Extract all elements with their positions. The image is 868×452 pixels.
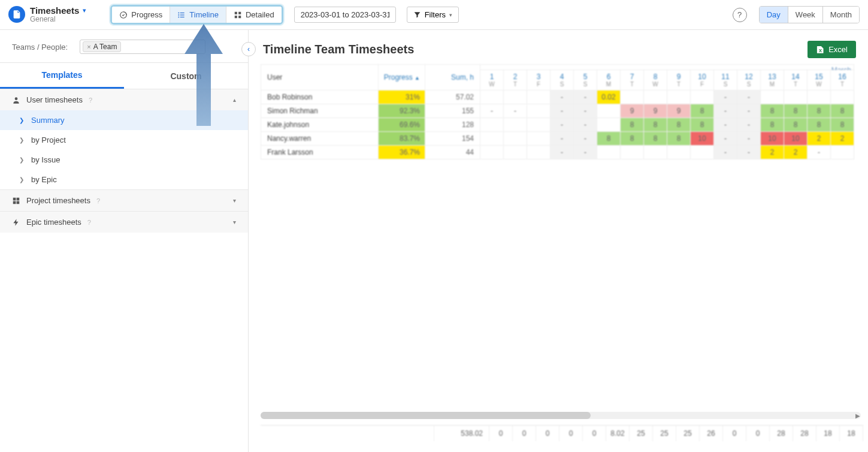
th-day-9[interactable]: 9T <box>667 70 691 91</box>
th-day-7[interactable]: 7T <box>621 70 644 91</box>
th-day-14[interactable]: 14T <box>784 70 807 91</box>
tab-custom[interactable]: Custom <box>124 63 248 89</box>
view-progress-button[interactable]: Progress <box>112 7 170 23</box>
cell-day[interactable] <box>480 132 504 146</box>
cell-day[interactable] <box>527 91 551 104</box>
cell-day[interactable]: 8 <box>597 132 621 146</box>
cell-day[interactable]: 8 <box>667 118 691 132</box>
group-user-timesheets[interactable]: User timesheets ? ▴ <box>0 89 248 110</box>
cell-day[interactable]: 8 <box>621 132 644 146</box>
cell-day[interactable]: - <box>574 118 597 132</box>
cell-day[interactable] <box>597 146 621 159</box>
cell-day[interactable]: - <box>574 146 597 159</box>
cell-day[interactable] <box>644 146 667 159</box>
th-day-16[interactable]: 16T <box>831 70 854 91</box>
cell-day[interactable]: - <box>714 91 737 104</box>
cell-day[interactable] <box>504 132 527 146</box>
th-day-5[interactable]: 5S <box>574 70 597 91</box>
cell-day[interactable]: - <box>737 104 761 118</box>
cell-day[interactable]: 9 <box>667 104 691 118</box>
cell-day[interactable]: 8 <box>761 118 784 132</box>
cell-day[interactable] <box>807 91 831 104</box>
cell-day[interactable] <box>644 91 667 104</box>
cell-day[interactable] <box>831 91 854 104</box>
table-row[interactable]: Bob Robinson31%57.02--0.02-- <box>261 91 854 104</box>
cell-day[interactable]: 2 <box>784 146 807 159</box>
cell-day[interactable]: 0.02 <box>597 91 621 104</box>
scrollbar-thumb[interactable] <box>261 412 591 419</box>
cell-day[interactable]: - <box>714 104 737 118</box>
cell-day[interactable] <box>480 118 504 132</box>
table-row[interactable]: Frank Larsson36.7%44----22- <box>261 146 854 159</box>
cell-day[interactable]: - <box>714 132 737 146</box>
cell-day[interactable]: 8 <box>691 104 714 118</box>
cell-day[interactable]: - <box>807 146 831 159</box>
period-week-button[interactable]: Week <box>788 7 822 23</box>
cell-day[interactable]: 8 <box>831 118 854 132</box>
remove-chip-icon[interactable]: × <box>87 43 90 50</box>
cell-day[interactable] <box>667 146 691 159</box>
table-row[interactable]: Simon Richman92.3%155----9998--8888 <box>261 104 854 118</box>
cell-day[interactable]: 8 <box>807 118 831 132</box>
view-detailed-button[interactable]: Detailed <box>226 7 282 23</box>
cell-day[interactable] <box>784 91 807 104</box>
cell-day[interactable]: - <box>737 118 761 132</box>
cell-day[interactable]: 8 <box>784 118 807 132</box>
date-range-input[interactable] <box>294 7 396 23</box>
th-day-4[interactable]: 4S <box>551 70 574 91</box>
cell-day[interactable]: - <box>737 91 761 104</box>
cell-day[interactable]: - <box>574 104 597 118</box>
cell-day[interactable]: - <box>714 118 737 132</box>
cell-day[interactable]: 8 <box>644 118 667 132</box>
cell-day[interactable] <box>691 146 714 159</box>
cell-day[interactable]: 9 <box>621 104 644 118</box>
scroll-right-icon[interactable]: ▶ <box>854 412 862 419</box>
item-summary[interactable]: ❯ Summary <box>0 110 248 130</box>
th-day-15[interactable]: 15W <box>807 70 831 91</box>
cell-day[interactable] <box>527 118 551 132</box>
tab-templates[interactable]: Templates <box>0 63 124 89</box>
th-day-11[interactable]: 11S <box>714 70 737 91</box>
th-day-12[interactable]: 12S <box>737 70 761 91</box>
period-month-button[interactable]: Month <box>822 7 859 23</box>
th-day-13[interactable]: 13M <box>761 70 784 91</box>
cell-day[interactable]: 8 <box>644 132 667 146</box>
cell-day[interactable]: - <box>737 132 761 146</box>
cell-day[interactable] <box>621 146 644 159</box>
cell-day[interactable]: - <box>504 104 527 118</box>
chevron-down-icon[interactable]: ▾ <box>83 7 86 14</box>
cell-day[interactable]: - <box>551 146 574 159</box>
cell-day[interactable]: - <box>480 104 504 118</box>
th-day-8[interactable]: 8W <box>644 70 667 91</box>
cell-day[interactable] <box>480 91 504 104</box>
th-day-3[interactable]: 3F <box>527 70 551 91</box>
cell-day[interactable]: - <box>551 132 574 146</box>
cell-day[interactable]: 10 <box>691 132 714 146</box>
th-day-2[interactable]: 2T <box>504 70 527 91</box>
cell-day[interactable]: 2 <box>807 132 831 146</box>
cell-day[interactable] <box>597 118 621 132</box>
cell-day[interactable]: 2 <box>831 132 854 146</box>
cell-day[interactable]: - <box>737 146 761 159</box>
cell-day[interactable] <box>504 146 527 159</box>
cell-day[interactable]: 8 <box>667 132 691 146</box>
item-by-epic[interactable]: ❯ by Epic <box>0 170 248 189</box>
th-day-10[interactable]: 10F <box>691 70 714 91</box>
cell-day[interactable]: 9 <box>644 104 667 118</box>
cell-day[interactable]: - <box>551 118 574 132</box>
cell-day[interactable]: 10 <box>761 132 784 146</box>
cell-day[interactable]: 8 <box>691 118 714 132</box>
th-user[interactable]: User <box>261 65 379 91</box>
cell-day[interactable] <box>527 104 551 118</box>
cell-day[interactable] <box>691 91 714 104</box>
collapse-sidebar-button[interactable]: ‹ <box>241 42 256 56</box>
cell-day[interactable] <box>504 118 527 132</box>
help-button[interactable]: ? <box>733 8 747 22</box>
view-timeline-button[interactable]: Timeline <box>170 7 226 23</box>
group-epic-timesheets[interactable]: Epic timesheets ? ▾ <box>0 211 248 233</box>
cell-day[interactable]: 8 <box>621 118 644 132</box>
table-row[interactable]: Kate.johnson69.6%128--8888--8888 <box>261 118 854 132</box>
cell-day[interactable] <box>621 91 644 104</box>
item-by-project[interactable]: ❯ by Project <box>0 130 248 150</box>
cell-day[interactable]: 10 <box>784 132 807 146</box>
